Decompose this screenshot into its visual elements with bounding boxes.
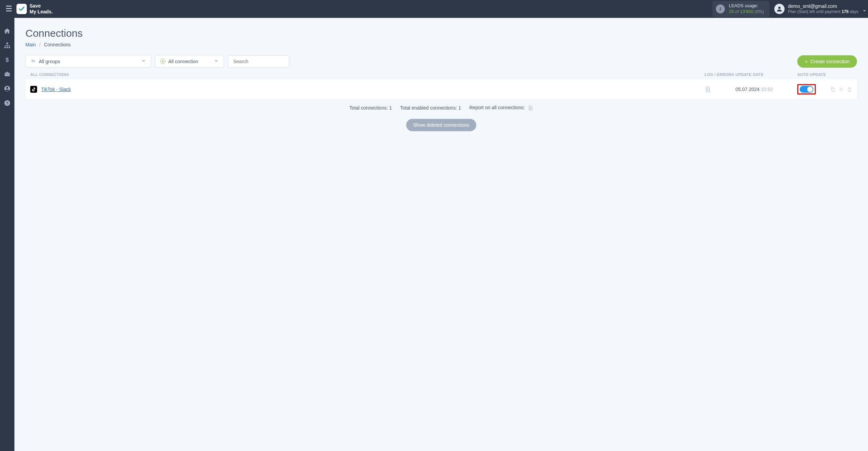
svg-rect-3 — [7, 47, 8, 48]
user-icon[interactable] — [3, 84, 11, 93]
chevron-down-icon — [214, 58, 219, 64]
svg-rect-4 — [9, 47, 10, 48]
status-select-label: All connection — [168, 59, 198, 64]
avatar-icon — [774, 4, 785, 14]
svg-point-11 — [841, 89, 842, 90]
connection-name-link[interactable]: TikTok - Slack — [41, 87, 701, 92]
groups-select-label: All groups — [39, 59, 60, 64]
user-dropdown-chevron-icon[interactable]: ⌄ — [862, 6, 867, 13]
header-name: ALL CONNECTIONS — [30, 72, 701, 77]
usage-text: LEADS usage: 25 of 13'850 (0%) — [729, 3, 764, 15]
info-icon: i — [716, 4, 725, 13]
top-header: ☰ SaveMy Leads. i LEADS usage: 25 of 13'… — [0, 0, 868, 18]
menu-toggle-icon[interactable]: ☰ — [3, 2, 15, 16]
create-connection-button[interactable]: + Create connection — [797, 55, 857, 68]
table-header: ALL CONNECTIONS LOG / ERRORS UPDATE DATE… — [25, 72, 857, 79]
show-deleted-button[interactable]: Show deleted connections — [406, 119, 476, 131]
update-date: 05.07.2024 10:52 — [735, 87, 797, 92]
home-icon[interactable] — [3, 27, 11, 35]
logo-text: SaveMy Leads. — [30, 3, 53, 15]
svg-text:$: $ — [5, 57, 9, 63]
row-actions — [825, 87, 852, 92]
plus-icon: + — [805, 59, 808, 64]
user-info: demo_sml@gmail.com Plan |Start| left unt… — [788, 3, 858, 15]
logo-icon — [16, 4, 27, 14]
help-icon[interactable]: ? — [3, 99, 11, 107]
search-input[interactable] — [228, 55, 289, 68]
chevron-down-icon — [141, 58, 146, 64]
play-icon — [160, 59, 165, 64]
header-date: UPDATE DATE — [735, 72, 797, 77]
sitemap-icon[interactable] — [3, 41, 11, 49]
svg-text:?: ? — [6, 101, 8, 105]
main-content: Connections Main / Connections All group… — [14, 18, 868, 141]
dollar-icon[interactable]: $ — [3, 56, 11, 64]
toggle-highlight — [797, 84, 816, 94]
sidebar: $ ? — [0, 18, 14, 141]
auto-update-toggle[interactable] — [800, 86, 813, 93]
log-icon[interactable] — [705, 86, 735, 92]
breadcrumb-main-link[interactable]: Main — [25, 42, 36, 47]
svg-rect-10 — [832, 88, 835, 91]
status-select[interactable]: All connection — [155, 55, 224, 68]
page-title: Connections — [25, 27, 857, 39]
folder-icon — [31, 58, 36, 64]
groups-select[interactable]: All groups — [25, 55, 151, 68]
tiktok-icon — [30, 86, 37, 93]
header-log: LOG / ERRORS — [705, 72, 735, 77]
breadcrumb: Main / Connections — [25, 42, 857, 47]
breadcrumb-current: Connections — [44, 42, 71, 47]
gear-icon[interactable] — [838, 87, 844, 92]
trash-icon[interactable] — [847, 87, 852, 92]
svg-rect-1 — [7, 43, 8, 44]
create-button-label: Create connection — [810, 59, 849, 64]
filter-row: All groups All connection + Create conne… — [25, 55, 857, 68]
svg-point-0 — [778, 7, 781, 9]
header-auto: AUTO UPDATE — [797, 72, 852, 77]
briefcase-icon[interactable] — [3, 70, 11, 78]
breadcrumb-separator: / — [39, 42, 41, 47]
stats-row: Total connections: 1 Total enabled conne… — [25, 105, 857, 111]
logo[interactable]: SaveMy Leads. — [16, 3, 53, 15]
svg-rect-2 — [4, 47, 6, 48]
document-icon — [528, 105, 533, 111]
report-link[interactable]: Report on all connections: — [469, 105, 533, 111]
enabled-connections: Total enabled connections: 1 — [400, 105, 461, 111]
copy-icon[interactable] — [830, 87, 836, 92]
connection-row: TikTok - Slack 05.07.2024 10:52 — [25, 79, 857, 99]
total-connections: Total connections: 1 — [349, 105, 392, 111]
user-menu[interactable]: demo_sml@gmail.com Plan |Start| left unt… — [774, 3, 865, 15]
leads-usage-box[interactable]: i LEADS usage: 25 of 13'850 (0%) — [712, 1, 769, 17]
auto-update-cell — [797, 84, 825, 94]
svg-point-7 — [6, 87, 8, 89]
